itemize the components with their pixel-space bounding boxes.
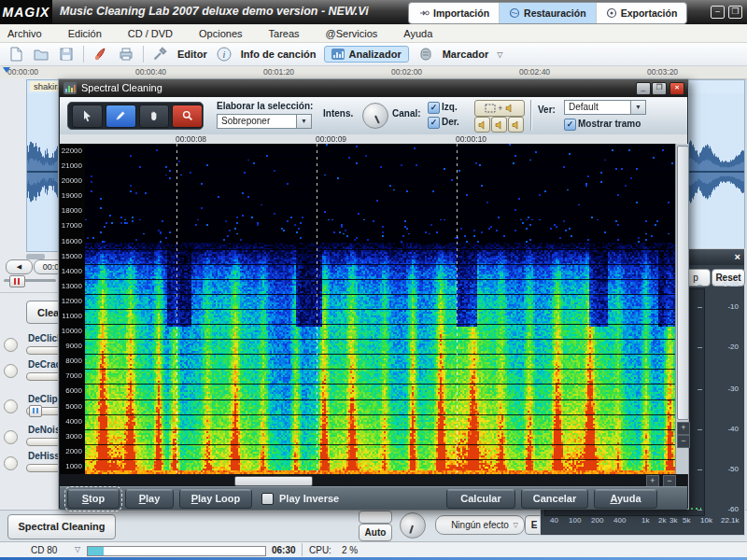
new-file-button[interactable] <box>7 46 24 63</box>
menu-tareas[interactable]: Tareas <box>269 28 300 39</box>
pan-tool-button[interactable] <box>139 105 170 128</box>
song-info-icon[interactable]: i <box>216 46 233 63</box>
position-slider-thumb[interactable] <box>9 275 25 287</box>
fft-db-tick <box>698 469 702 470</box>
auto-upper-button[interactable] <box>359 511 392 524</box>
decrack-led[interactable] <box>4 364 18 378</box>
spectrogram-canvas[interactable] <box>85 144 675 474</box>
menu-cd-dvd[interactable]: CD / DVD <box>128 28 173 39</box>
spectral-cleaning-button[interactable]: Spectral Cleaning <box>7 514 116 539</box>
fft-close-icon[interactable]: × <box>735 251 740 262</box>
cleaning-tool-icon[interactable] <box>92 46 109 63</box>
denoise-led[interactable] <box>4 430 18 444</box>
cancel-button[interactable]: Cancelar <box>521 489 588 509</box>
draw-tool-button[interactable] <box>106 105 136 128</box>
calculate-button[interactable]: Calcular <box>446 489 515 509</box>
stop-button[interactable]: Stop <box>67 489 120 509</box>
horizontal-scrollbar-thumb[interactable] <box>234 476 313 486</box>
pencil-icon <box>114 109 127 122</box>
dialog-maximize-button[interactable]: ❐ <box>652 82 667 95</box>
spectro-freq-label: 10000 <box>60 324 82 339</box>
hand-icon <box>148 109 161 122</box>
play-left-button[interactable] <box>474 117 490 133</box>
fft-freq-label: 10k <box>700 516 712 525</box>
play-right-button[interactable] <box>508 117 524 133</box>
spectrogram-area[interactable] <box>85 144 675 474</box>
fft-freq-label: 1k <box>641 516 649 525</box>
editor-wrench-icon[interactable] <box>152 46 169 63</box>
fft-db-label: -10 <box>707 302 739 311</box>
spectro-freq-label: 16000 <box>60 234 82 249</box>
analyzer-button[interactable]: Analizador <box>324 46 408 63</box>
declick-led[interactable] <box>4 338 18 352</box>
play-selection-button[interactable]: + <box>474 100 525 117</box>
auto-button[interactable]: Auto <box>359 524 392 541</box>
maximize-button[interactable]: ❐ <box>728 6 742 19</box>
marker-dropdown-arrow-icon[interactable]: ▽ <box>497 50 502 59</box>
help-button[interactable]: Ayuda <box>594 489 657 509</box>
marker-button[interactable]: Marcador <box>443 49 489 60</box>
dropdown-arrow-icon[interactable]: ▼ <box>296 114 312 129</box>
save-button[interactable] <box>58 46 75 63</box>
marker-fist-icon[interactable] <box>417 46 434 63</box>
menu-servicios[interactable]: @Servicios <box>326 28 378 39</box>
horizontal-scroll-strip[interactable]: + − <box>60 474 687 486</box>
dialog-icon <box>63 82 77 94</box>
menu-edicion[interactable]: Edición <box>68 28 102 39</box>
declipp-slider-thumb[interactable] <box>29 405 42 417</box>
editor-button[interactable]: Editor <box>177 49 207 60</box>
dropdown-arrow-icon[interactable]: ▼ <box>630 100 646 115</box>
menu-archivo[interactable]: Archivo <box>7 28 42 39</box>
tab-importacion[interactable]: Importación <box>409 3 500 23</box>
fft-db-tick <box>698 347 702 348</box>
dialog-close-button[interactable]: × <box>669 82 684 95</box>
open-folder-button[interactable] <box>33 46 49 63</box>
selection-mode-dropdown[interactable]: Sobreponer ▼ <box>217 114 312 129</box>
menu-opciones[interactable]: Opciones <box>199 28 242 39</box>
spectrogram-time-ruler[interactable]: 00:00:08 00:00:09 00:00:10 <box>60 134 687 144</box>
vertical-zoom-out-button[interactable]: − <box>677 435 690 448</box>
play-inverse-checkbox[interactable] <box>261 493 274 505</box>
window-title: Music Cleaning Lab 2007 deluxe demo vers… <box>60 5 369 18</box>
intensity-knob[interactable] <box>362 103 388 129</box>
prev-marker-button[interactable]: ◀ <box>6 259 33 274</box>
channel-left-checkbox[interactable]: ✓ <box>428 102 440 114</box>
speaker-icon <box>495 120 504 130</box>
playhead-icon[interactable] <box>3 67 10 73</box>
fft-db-label: -60 <box>707 505 739 513</box>
menu-ayuda[interactable]: Ayuda <box>403 28 432 39</box>
main-time-ruler[interactable]: 00:00:00 00:00:40 00:01:20 00:02:00 00:0… <box>0 66 747 79</box>
vertical-scrollbar[interactable]: + − <box>675 144 688 474</box>
spectro-freq-label: 3000 <box>60 429 82 444</box>
fft-freq-label: 200 <box>591 516 603 525</box>
dehiss-led[interactable] <box>4 456 18 470</box>
fft-db-tick <box>698 429 702 430</box>
play-button[interactable]: Play <box>125 489 174 509</box>
spectro-freq-label: 2000 <box>60 444 82 459</box>
spectro-freq-label: 12000 <box>60 294 82 309</box>
channel-right-checkbox[interactable]: ✓ <box>428 117 440 129</box>
tab-restauracion[interactable]: Restauración <box>500 3 597 23</box>
effect-preset-dropdown[interactable]: Ningún efecto ▽ <box>435 515 525 535</box>
print-button[interactable] <box>118 46 134 63</box>
select-tool-button[interactable] <box>72 105 103 128</box>
play-both-button[interactable] <box>491 117 507 133</box>
spectro-freq-label: 9000 <box>60 339 82 354</box>
declipp-led[interactable] <box>4 399 18 413</box>
channel-left-label: Izq. <box>442 102 458 112</box>
vertical-zoom-in-button[interactable]: + <box>677 422 690 435</box>
effect-knob[interactable] <box>400 512 426 539</box>
minimize-button[interactable]: – <box>711 6 725 19</box>
song-info-button[interactable]: Info de canción <box>241 49 317 60</box>
vertical-scrollbar-thumb[interactable] <box>677 146 689 420</box>
status-bar: CD 80 ▽ 06:30 CPU: 2 % <box>0 541 747 558</box>
dialog-minimize-button[interactable]: _ <box>636 82 651 95</box>
view-dropdown[interactable]: Default ▼ <box>564 100 646 115</box>
tab-exportacion[interactable]: Exportación <box>597 3 687 23</box>
ruler-label: 00:00:40 <box>135 67 166 77</box>
spectro-freq-label: 8000 <box>60 354 82 369</box>
show-range-checkbox[interactable]: ✓ <box>564 119 576 131</box>
zoom-tool-button[interactable] <box>172 105 203 128</box>
spectro-freq-label: 5000 <box>60 399 82 414</box>
play-loop-button[interactable]: Play Loop <box>179 489 252 509</box>
